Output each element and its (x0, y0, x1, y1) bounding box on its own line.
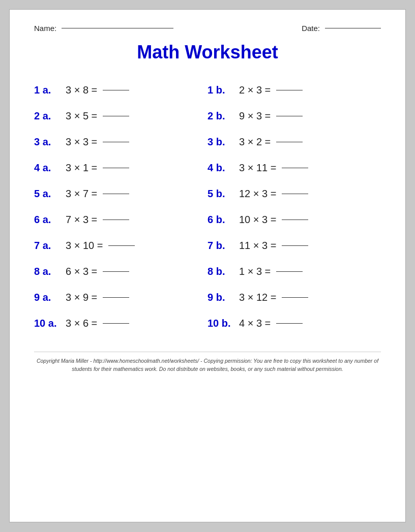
copyright: Copyright Maria Miller - http://www.home… (34, 352, 381, 373)
problem-number: 3 b. (208, 136, 234, 148)
problem-expression: 4 × 3 = (239, 318, 303, 329)
problem-row: 7 a.3 × 10 = (34, 233, 208, 259)
problem-row: 6 a.7 × 3 = (34, 207, 208, 233)
problem-row: 5 b.12 × 3 = (208, 181, 381, 207)
problem-row: 3 b.3 × 2 = (208, 129, 381, 155)
problem-expression: 3 × 1 = (66, 162, 129, 174)
answer-line (282, 220, 308, 220)
problem-row: 8 a.6 × 3 = (34, 259, 208, 285)
name-date-row: Name: Date: (34, 24, 381, 33)
problem-row: 1 b.2 × 3 = (208, 77, 381, 103)
problem-number: 8 a. (34, 266, 61, 277)
problem-number: 10 b. (208, 318, 234, 329)
problem-expression: 7 × 3 = (66, 214, 129, 226)
problem-row: 9 b.3 × 12 = (208, 285, 381, 310)
problem-number: 2 a. (34, 110, 61, 122)
problem-row: 10 b.4 × 3 = (208, 310, 381, 336)
answer-line (276, 323, 303, 324)
problem-number: 8 b. (208, 266, 234, 277)
problem-number: 3 a. (34, 136, 61, 148)
problem-row: 1 a.3 × 8 = (34, 77, 208, 103)
problem-number: 6 a. (34, 214, 61, 226)
answer-line (276, 142, 303, 142)
problem-number: 9 a. (34, 292, 61, 303)
answer-line (282, 245, 308, 246)
problem-row: 4 b.3 × 11 = (208, 155, 381, 181)
answer-line (282, 194, 308, 194)
problem-expression: 3 × 6 = (66, 318, 129, 329)
problem-expression: 3 × 2 = (239, 136, 303, 148)
problem-row: 9 a.3 × 9 = (34, 285, 208, 310)
problem-number: 4 b. (208, 162, 234, 174)
problem-row: 7 b.11 × 3 = (208, 233, 381, 259)
answer-line (103, 297, 129, 298)
problem-row: 8 b.1 × 3 = (208, 259, 381, 285)
name-line (62, 28, 173, 28)
problem-number: 5 b. (208, 188, 234, 200)
problem-number: 1 b. (208, 84, 234, 96)
problem-expression: 3 × 9 = (66, 292, 129, 303)
answer-line (103, 142, 129, 142)
problem-number: 6 b. (208, 214, 234, 226)
answer-line (282, 168, 308, 168)
problem-expression: 10 × 3 = (239, 214, 308, 226)
date-line (325, 28, 381, 28)
problem-expression: 3 × 7 = (66, 188, 129, 200)
problem-number: 2 b. (208, 110, 234, 122)
problem-number: 9 b. (208, 292, 234, 303)
problem-expression: 3 × 12 = (239, 292, 308, 303)
worksheet-title: Math Worksheet (34, 42, 381, 63)
problem-row: 4 a.3 × 1 = (34, 155, 208, 181)
problem-row: 3 a.3 × 3 = (34, 129, 208, 155)
problem-expression: 3 × 10 = (66, 240, 135, 252)
problem-row: 10 a.3 × 6 = (34, 310, 208, 336)
worksheet-page: Name: Date: Math Worksheet 1 a.3 × 8 = 1… (9, 9, 406, 522)
problem-expression: 6 × 3 = (66, 266, 129, 277)
problem-number: 4 a. (34, 162, 61, 174)
problem-row: 2 a.3 × 5 = (34, 103, 208, 129)
answer-line (103, 116, 129, 116)
problem-row: 2 b.9 × 3 = (208, 103, 381, 129)
problem-number: 5 a. (34, 188, 61, 200)
name-label: Name: (34, 24, 56, 33)
problem-number: 10 a. (34, 318, 61, 329)
problem-row: 6 b.10 × 3 = (208, 207, 381, 233)
answer-line (103, 194, 129, 194)
problem-row: 5 a.3 × 7 = (34, 181, 208, 207)
problems-grid: 1 a.3 × 8 = 1 b.2 × 3 = 2 a.3 × 5 = 2 b.… (34, 77, 381, 336)
problem-expression: 3 × 3 = (66, 136, 129, 148)
answer-line (103, 220, 129, 220)
answer-line (276, 271, 303, 272)
answer-line (103, 271, 129, 272)
problem-number: 7 a. (34, 240, 61, 252)
answer-line (103, 323, 129, 324)
date-section: Date: (302, 24, 381, 33)
problem-expression: 3 × 11 = (239, 162, 308, 174)
name-section: Name: (34, 24, 173, 33)
answer-line (108, 245, 135, 246)
answer-line (103, 90, 129, 90)
problem-expression: 3 × 5 = (66, 110, 129, 122)
problem-number: 7 b. (208, 240, 234, 252)
problem-number: 1 a. (34, 84, 61, 96)
answer-line (103, 168, 129, 168)
problem-expression: 9 × 3 = (239, 110, 303, 122)
problem-expression: 3 × 8 = (66, 84, 129, 96)
problem-expression: 11 × 3 = (239, 240, 308, 252)
problem-expression: 2 × 3 = (239, 84, 303, 96)
problem-expression: 12 × 3 = (239, 188, 308, 200)
answer-line (282, 297, 308, 298)
answer-line (276, 116, 303, 116)
problem-expression: 1 × 3 = (239, 266, 303, 277)
date-label: Date: (302, 24, 320, 33)
answer-line (276, 90, 303, 90)
